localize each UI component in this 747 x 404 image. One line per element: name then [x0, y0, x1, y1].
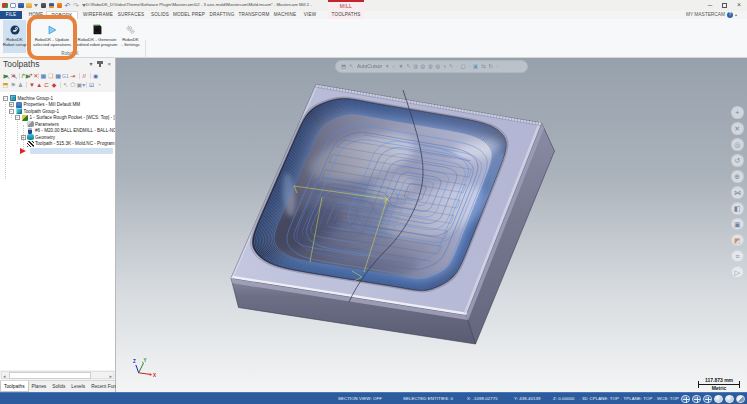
tab-wireframe[interactable]: WIREFRAME: [80, 11, 116, 19]
tab-transform[interactable]: TRANSFORM: [238, 11, 270, 19]
robodk-robot-setup-button[interactable]: RoboDKRobot setup: [3, 20, 26, 53]
eye-icon[interactable]: ◔: [95, 81, 102, 89]
scan-icon[interactable]: ◆: [50, 81, 57, 89]
scroll-left-icon[interactable]: ◂: [3, 373, 6, 379]
select-toolpath-icon[interactable]: ↱▶: [21, 72, 28, 80]
move-insert-icon[interactable]: ⊏: [43, 81, 50, 89]
status-cplane[interactable]: CPLANE: TOP: [590, 396, 619, 402]
panel-h-scrollbar[interactable]: ◂ ▸: [1, 371, 114, 379]
tab-view[interactable]: VIEW: [302, 11, 318, 19]
minimize-button[interactable]: –: [706, 1, 714, 9]
regen-selected-icon[interactable]: ▦: [54, 72, 61, 80]
expand-icon[interactable]: +: [21, 135, 26, 140]
vr-cut-icon[interactable]: ✕: [731, 122, 744, 135]
scrollbar-thumb[interactable]: [9, 372, 91, 379]
sb-sphere5-icon[interactable]: ◑: [443, 63, 446, 69]
autocursor-label[interactable]: AutoCursor: [357, 63, 382, 69]
status-tplane[interactable]: TPLANE: TOP: [624, 396, 653, 402]
graphics-viewport[interactable]: XYZ ⬒ ↖ AutoCursor ▾ ⁙ ★ ↖ ◍ ◍ ◍ ◍ ◑ ↖ ·…: [116, 58, 747, 392]
status-section-view[interactable]: SECTION VIEW: OFF: [338, 396, 382, 402]
status-3d[interactable]: 3D: [582, 396, 588, 402]
tab-surfaces[interactable]: SURFACES: [116, 11, 146, 19]
robodk-settings-button[interactable]: RoboDK- Settings: [119, 20, 142, 53]
sb-lock-icon[interactable]: ⬒: [341, 63, 346, 69]
redo-icon[interactable]: ↷: [73, 3, 79, 9]
close-button[interactable]: ×: [735, 1, 743, 9]
collapse-icon[interactable]: −: [3, 96, 8, 101]
sb-arrow-icon[interactable]: ↖: [406, 63, 411, 69]
undo-icon[interactable]: ↶: [65, 3, 71, 9]
select-all-icon[interactable]: ▶↖: [2, 72, 9, 80]
sb-box-icon[interactable]: ▢: [460, 63, 465, 69]
tab-drafting[interactable]: DRAFTING: [208, 11, 236, 19]
sb-sphere2-icon[interactable]: ◍: [421, 63, 426, 69]
copy-ops-icon[interactable]: ❏: [47, 72, 54, 80]
cursor-x-icon[interactable]: ↖: [62, 81, 69, 89]
gnomon-toggle-1-icon[interactable]: [681, 395, 690, 404]
regen-all-icon[interactable]: ▦: [40, 72, 47, 80]
collapse-icon[interactable]: −: [15, 115, 20, 120]
options-icon[interactable]: ⊡: [88, 81, 95, 89]
sb-caret-icon[interactable]: ▾: [386, 63, 389, 69]
sb-plane-icon[interactable]: ▣: [473, 63, 479, 69]
vr-pointer-icon[interactable]: ▷: [731, 266, 744, 279]
new-file-icon[interactable]: [10, 3, 16, 9]
sb-last-icon[interactable]: ◌: [496, 63, 499, 69]
vr-zoom-icon[interactable]: +: [731, 106, 744, 119]
save-icon[interactable]: [18, 3, 24, 9]
ribbon-collapse-icon[interactable]: ▴: [735, 12, 737, 17]
shading-off-icon[interactable]: [725, 395, 734, 404]
flag-icon[interactable]: [57, 3, 63, 9]
panel-tab-planes[interactable]: Planes: [29, 381, 50, 392]
vr-colorcube-icon[interactable]: ◩: [731, 234, 744, 247]
collapse-icon[interactable]: −: [9, 109, 14, 114]
verify-icon[interactable]: //: [81, 72, 88, 80]
select-box-icon[interactable]: ▣▾: [77, 81, 84, 89]
qat-dropdown-icon[interactable]: [82, 4, 86, 7]
mastercam-logo-icon[interactable]: [2, 3, 8, 9]
sb-sphere3-icon[interactable]: ◍: [428, 63, 433, 69]
insert-position-row[interactable]: [30, 148, 113, 154]
vr-expand-icon[interactable]: ⊕: [731, 170, 744, 183]
polygon-select-icon[interactable]: ⬠: [69, 81, 76, 89]
panel-tab-levels[interactable]: Levels: [68, 381, 88, 392]
expand-icon[interactable]: +: [9, 102, 14, 107]
vr-list-icon[interactable]: ≡: [731, 250, 744, 263]
unselect-toolpath-icon[interactable]: ↱✕: [28, 72, 35, 80]
sb-swap-icon[interactable]: ⇆: [481, 63, 486, 69]
ghost-icon[interactable]: ⚑: [9, 81, 16, 89]
vr-cube-icon[interactable]: ▣: [731, 218, 744, 231]
panel-tab-solids[interactable]: Solids: [49, 381, 68, 392]
tab-solids[interactable]: SOLIDS: [148, 11, 172, 19]
panel-tab-toolpaths[interactable]: Toolpaths: [0, 381, 29, 393]
sb-grid-icon[interactable]: ⁙: [391, 63, 396, 69]
sb-cursor-icon[interactable]: ↖: [349, 63, 354, 69]
my-mastercam[interactable]: MY MASTERCAM ? ▴: [686, 12, 737, 18]
display-icon[interactable]: ♟: [17, 81, 24, 89]
sb-sphere1-icon[interactable]: ◍: [413, 63, 418, 69]
vr-brush-icon[interactable]: ◧: [731, 202, 744, 215]
sb-sphere4-icon[interactable]: ◍: [435, 63, 440, 69]
tab-machine[interactable]: MACHINE: [272, 11, 298, 19]
vr-fit-icon[interactable]: ⋈: [731, 186, 744, 199]
unselect-all-icon[interactable]: ✕↖: [9, 72, 16, 80]
tab-file[interactable]: FILE: [0, 11, 22, 19]
save-as-icon[interactable]: [49, 3, 55, 9]
robodk-generate-program-button[interactable]: RoboDK - Generateedited robot program: [76, 20, 118, 53]
g1-icon[interactable]: G1: [62, 72, 69, 80]
print-icon[interactable]: [41, 3, 47, 9]
gnomon-toggle-2-icon[interactable]: [692, 395, 701, 404]
shading-on-icon[interactable]: [714, 395, 723, 404]
tab-toolpaths[interactable]: TOOLPATHS: [330, 11, 362, 19]
panel-menu-icon[interactable]: ▾: [89, 61, 92, 67]
scroll-right-icon[interactable]: ▸: [109, 373, 112, 379]
tree-item-toolpath-file[interactable]: Toolpath - 515.3K - Mold.NC - Program: [0, 141, 115, 148]
panel-pin-icon[interactable]: [99, 61, 101, 67]
sb-star-icon[interactable]: ★: [398, 63, 403, 69]
move-down-icon[interactable]: ▼: [28, 81, 35, 89]
gnomon-toggle-3-icon[interactable]: [703, 395, 712, 404]
status-wcs[interactable]: WCS: TOP: [657, 396, 679, 402]
vr-target-icon[interactable]: ◎: [731, 138, 744, 151]
sb-refresh-icon[interactable]: ↻: [489, 63, 494, 69]
open-file-icon[interactable]: [26, 3, 32, 9]
